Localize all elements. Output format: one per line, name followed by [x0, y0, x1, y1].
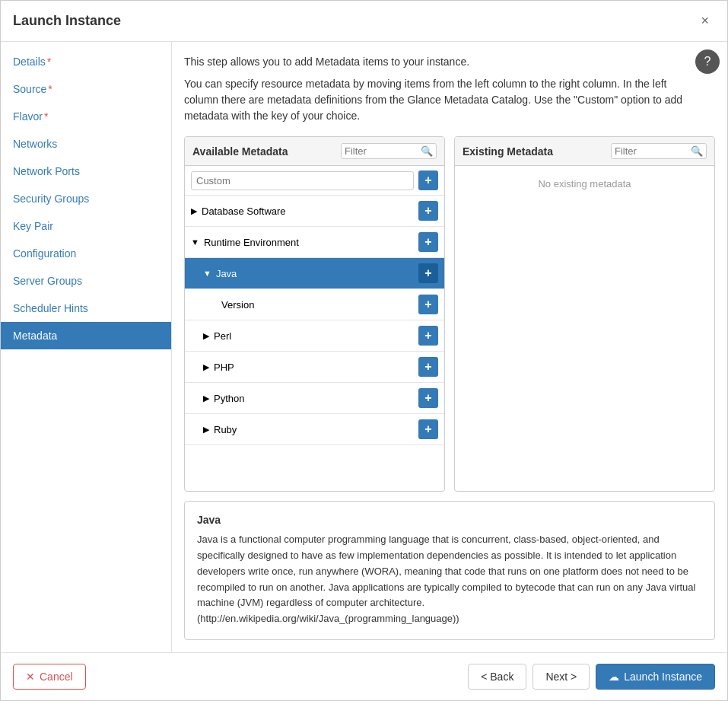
cancel-x-icon: ✕ — [26, 671, 35, 683]
chevron-icon: ▶ — [203, 425, 209, 435]
metadata-item-java[interactable]: ▼ Java + — [185, 258, 444, 289]
available-metadata-panel: Available Metadata 🔍 + — [184, 136, 445, 492]
footer-left: ✕ Cancel — [13, 664, 86, 690]
item-label: Ruby — [214, 424, 418, 435]
chevron-icon: ▶ — [191, 206, 197, 216]
existing-filter[interactable]: 🔍 — [611, 143, 707, 159]
modal-header: Launch Instance × — [1, 1, 727, 42]
available-filter-input[interactable] — [345, 145, 421, 157]
sidebar-item-key-pair[interactable]: Key Pair — [1, 212, 171, 240]
close-button[interactable]: × — [695, 10, 715, 32]
back-button[interactable]: < Back — [468, 664, 526, 690]
existing-metadata-header: Existing Metadata 🔍 — [455, 137, 714, 166]
modal-body: Details*Source*Flavor*NetworksNetwork Po… — [1, 42, 727, 652]
sidebar-item-details[interactable]: Details* — [1, 48, 171, 75]
search-icon: 🔍 — [421, 145, 433, 157]
add-runtime-button[interactable]: + — [418, 232, 438, 252]
existing-metadata-list: No existing metadata — [455, 166, 714, 491]
available-metadata-header: Available Metadata 🔍 — [185, 137, 444, 166]
no-existing-label: No existing metadata — [455, 166, 714, 202]
metadata-item-python[interactable]: ▶ Python + — [185, 383, 444, 414]
existing-metadata-panel: Existing Metadata 🔍 No existing metadata — [454, 136, 715, 492]
item-label: Version — [221, 299, 418, 311]
main-content: ? This step allows you to add Metadata i… — [172, 42, 727, 652]
cancel-label: Cancel — [40, 671, 73, 683]
desc-line1: This step allows you to add Metadata ite… — [184, 54, 685, 70]
add-version-button[interactable]: + — [418, 295, 438, 314]
sidebar-item-source[interactable]: Source* — [1, 75, 171, 103]
search-icon: 🔍 — [691, 145, 703, 157]
sidebar: Details*Source*Flavor*NetworksNetwork Po… — [1, 42, 172, 652]
add-java-button[interactable]: + — [418, 263, 438, 283]
item-label: PHP — [214, 362, 418, 373]
add-perl-button[interactable]: + — [418, 326, 438, 346]
chevron-icon: ▶ — [203, 362, 209, 372]
java-description-panel: Java Java is a functional computer progr… — [184, 501, 715, 640]
metadata-item-database-software[interactable]: ▶ Database Software + — [185, 196, 444, 227]
sidebar-item-metadata[interactable]: Metadata — [1, 322, 171, 349]
available-metadata-title: Available Metadata — [192, 145, 288, 158]
java-desc-title: Java — [197, 514, 702, 526]
chevron-icon: ▼ — [203, 269, 211, 278]
desc-line2: You can specify resource metadata by mov… — [184, 76, 685, 124]
modal-title: Launch Instance — [13, 13, 121, 29]
chevron-icon: ▶ — [203, 331, 209, 341]
metadata-item-version[interactable]: Version + — [185, 289, 444, 320]
next-label: Next > — [545, 671, 577, 683]
help-button[interactable]: ? — [695, 49, 720, 74]
cancel-button[interactable]: ✕ Cancel — [13, 664, 86, 690]
sidebar-item-networks[interactable]: Networks — [1, 130, 171, 158]
launch-cloud-icon: ☁ — [609, 671, 619, 683]
add-php-button[interactable]: + — [418, 357, 438, 377]
java-desc-text: Java is a functional computer programmin… — [197, 532, 702, 627]
custom-row: + — [185, 166, 444, 196]
next-button[interactable]: Next > — [532, 664, 590, 690]
item-label: Python — [214, 393, 418, 404]
available-metadata-list: + ▶ Database Software + ▼ Runtime Enviro… — [185, 166, 444, 491]
item-label: Perl — [214, 330, 418, 342]
metadata-item-perl[interactable]: ▶ Perl + — [185, 320, 444, 352]
metadata-columns: Available Metadata 🔍 + — [184, 136, 715, 492]
chevron-icon: ▼ — [191, 237, 199, 247]
add-database-software-button[interactable]: + — [418, 201, 438, 221]
sidebar-item-server-groups[interactable]: Server Groups — [1, 267, 171, 295]
available-filter[interactable]: 🔍 — [341, 143, 437, 159]
existing-filter-input[interactable] — [615, 145, 691, 157]
item-label: Database Software — [202, 206, 418, 217]
add-python-button[interactable]: + — [418, 388, 438, 408]
metadata-item-php[interactable]: ▶ PHP + — [185, 352, 444, 383]
launch-label: Launch Instance — [624, 671, 702, 683]
metadata-item-runtime-environment[interactable]: ▼ Runtime Environment + — [185, 227, 444, 258]
sidebar-item-security-groups[interactable]: Security Groups — [1, 185, 171, 212]
sidebar-item-network-ports[interactable]: Network Ports — [1, 158, 171, 185]
sidebar-item-flavor[interactable]: Flavor* — [1, 103, 171, 130]
chevron-icon: ▶ — [203, 394, 209, 403]
step-description: This step allows you to add Metadata ite… — [184, 54, 715, 124]
modal-footer: ✕ Cancel < Back Next > ☁ Launch Instance — [1, 652, 727, 700]
item-label: Runtime Environment — [204, 237, 418, 248]
launch-instance-modal: Launch Instance × Details*Source*Flavor*… — [0, 0, 728, 701]
launch-instance-button[interactable]: ☁ Launch Instance — [596, 664, 715, 690]
custom-input[interactable] — [191, 171, 414, 190]
footer-right: < Back Next > ☁ Launch Instance — [468, 664, 715, 690]
sidebar-item-scheduler-hints[interactable]: Scheduler Hints — [1, 295, 171, 322]
custom-add-button[interactable]: + — [418, 170, 438, 190]
existing-metadata-title: Existing Metadata — [463, 145, 553, 158]
item-label: Java — [216, 268, 418, 279]
add-ruby-button[interactable]: + — [418, 419, 438, 439]
metadata-item-ruby[interactable]: ▶ Ruby + — [185, 414, 444, 445]
back-label: < Back — [481, 671, 513, 683]
sidebar-item-configuration[interactable]: Configuration — [1, 240, 171, 267]
